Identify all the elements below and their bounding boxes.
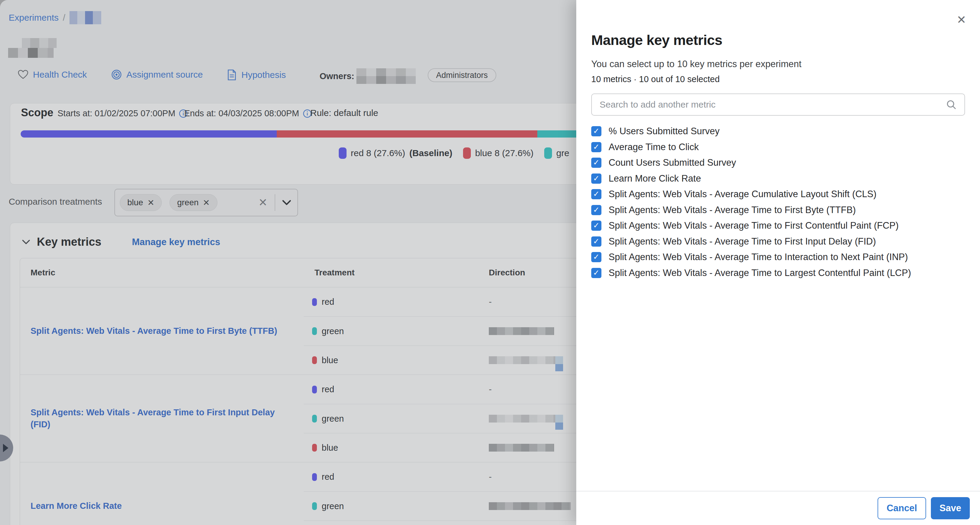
metric-checkbox-label: Learn More Click Rate [609, 173, 701, 184]
panel-footer: Cancel Save [576, 491, 980, 525]
metric-checkbox-label: Count Users Submitted Survey [609, 157, 736, 168]
close-icon[interactable]: ✕ [954, 13, 969, 27]
metric-checkbox-label: Split Agents: Web Vitals - Average Time … [609, 220, 899, 231]
metric-checkbox-checked[interactable]: ✓ [591, 268, 601, 278]
metric-checkbox-label: Split Agents: Web Vitals - Average Time … [609, 236, 876, 247]
metric-checkbox-checked[interactable]: ✓ [591, 158, 601, 168]
check-icon: ✓ [593, 174, 600, 182]
list-item: ✓Split Agents: Web Vitals - Average Time… [591, 234, 968, 250]
metric-search-input[interactable] [600, 99, 946, 110]
check-icon: ✓ [593, 143, 600, 151]
search-icon [946, 99, 957, 110]
metric-checkbox-label: Split Agents: Web Vitals - Average Time … [609, 205, 856, 215]
metric-checklist: ✓% Users Submitted Survey✓Average Time t… [591, 123, 968, 281]
save-button[interactable]: Save [931, 497, 970, 519]
list-item: ✓Split Agents: Web Vitals - Average Time… [591, 202, 968, 218]
list-item: ✓Split Agents: Web Vitals - Average Time… [591, 218, 968, 234]
check-icon: ✓ [593, 190, 600, 198]
check-icon: ✓ [593, 222, 600, 229]
metric-checkbox-checked[interactable]: ✓ [591, 220, 601, 231]
list-item: ✓Split Agents: Web Vitals - Average Time… [591, 265, 968, 281]
manage-key-metrics-panel: ✕ Manage key metrics You can select up t… [576, 0, 980, 525]
metric-checkbox-label: Split Agents: Web Vitals - Average Time … [609, 252, 908, 263]
list-item: ✓Count Users Submitted Survey [591, 155, 968, 171]
metric-checkbox-checked[interactable]: ✓ [591, 252, 601, 262]
metric-checkbox-checked[interactable]: ✓ [591, 205, 601, 215]
metric-checkbox-label: Average Time to Click [609, 142, 699, 153]
metric-checkbox-checked[interactable]: ✓ [591, 236, 601, 247]
metric-checkbox-checked[interactable]: ✓ [591, 142, 601, 152]
check-icon: ✓ [593, 269, 600, 276]
metric-checkbox-checked[interactable]: ✓ [591, 126, 601, 136]
metric-checkbox-label: % Users Submitted Survey [609, 126, 719, 137]
list-item: ✓Learn More Click Rate [591, 171, 968, 187]
panel-title: Manage key metrics [591, 32, 722, 48]
cancel-button[interactable]: Cancel [878, 497, 926, 519]
metric-checkbox-label: Split Agents: Web Vitals - Average Cumul… [609, 189, 877, 199]
metrics-counter: 10 metrics · 10 out of 10 selected [591, 74, 720, 84]
metric-search-box [591, 94, 965, 116]
check-icon: ✓ [593, 158, 600, 166]
check-icon: ✓ [593, 237, 600, 245]
list-item: ✓Average Time to Click [591, 139, 968, 155]
list-item: ✓% Users Submitted Survey [591, 123, 968, 139]
metric-checkbox-label: Split Agents: Web Vitals - Average Time … [609, 268, 911, 278]
check-icon: ✓ [593, 206, 600, 214]
metric-checkbox-checked[interactable]: ✓ [591, 189, 601, 199]
app-root: Experiments / Health Check Assignment so… [0, 0, 980, 525]
check-icon: ✓ [593, 127, 600, 135]
list-item: ✓Split Agents: Web Vitals - Average Time… [591, 249, 968, 265]
metric-checkbox-checked[interactable]: ✓ [591, 174, 601, 184]
panel-subtitle: You can select up to 10 key metrics per … [591, 59, 802, 70]
list-item: ✓Split Agents: Web Vitals - Average Cumu… [591, 187, 968, 202]
check-icon: ✓ [593, 253, 600, 261]
